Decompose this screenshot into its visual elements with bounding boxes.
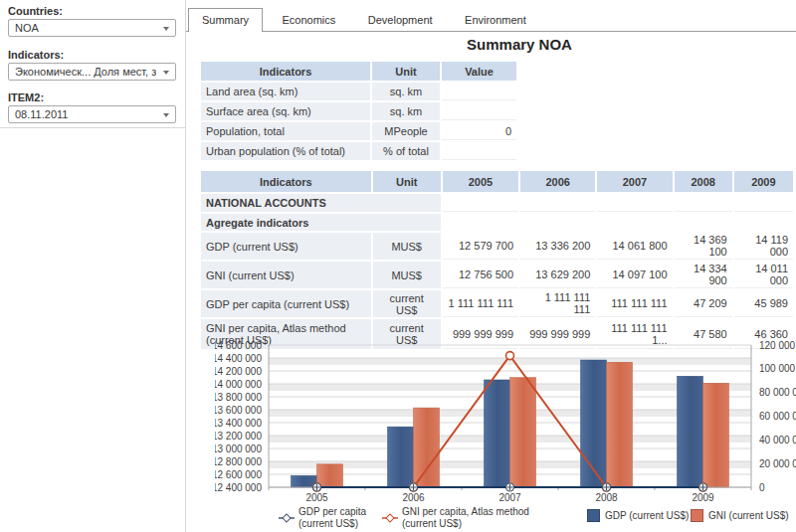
main-panel: Summary Economics Development Environmen…	[185, 0, 796, 532]
unit-cell: MPeople	[372, 122, 440, 140]
legend-gni: GNI (current US$)	[691, 509, 789, 522]
col-indicators: Indicators	[201, 171, 371, 192]
value-cell	[442, 142, 516, 160]
blue-square-icon	[587, 509, 600, 522]
filter-sidebar: Countries: NOA Indicators: Экономическ..…	[0, 0, 185, 532]
chevron-down-icon	[163, 113, 169, 117]
col-2009: 2009	[734, 171, 793, 192]
table-row: GDP per capita (current US$) current US$…	[201, 290, 793, 317]
legend-label: GNI (current US$)	[708, 510, 789, 522]
x-axis-label: 2009	[692, 492, 714, 503]
right-axis-label: 0	[759, 482, 765, 493]
bar-gdp	[485, 380, 510, 487]
countries-value: NOA	[15, 20, 156, 37]
indicator-cell: Land area (sq. km)	[201, 83, 370, 100]
value-cell: 14 097 100	[597, 262, 672, 288]
col-2006: 2006	[520, 171, 595, 192]
value-cell	[442, 102, 516, 120]
table-row: GNI (current US$) MUS$ 12 756 500 13 629…	[201, 262, 793, 288]
sidebar-divider	[0, 127, 185, 128]
left-axis-label: 12 800 000	[215, 456, 262, 467]
page-title: Summary NOA	[226, 36, 796, 53]
indicator-cell: Urban population (% of total)	[201, 142, 370, 160]
table-row: Surface area (sq. km) sq. km	[201, 102, 516, 120]
right-axis-label: 80 000 000	[759, 387, 796, 398]
indicators-value: Экономическ... Доля мест, з... (1374)	[15, 64, 156, 81]
value-cell: 1 111 111 111	[520, 290, 595, 317]
bar-gni	[607, 362, 633, 487]
value-cell: 13 629 200	[520, 262, 595, 288]
col-indicators: Indicators	[201, 62, 370, 81]
left-axis-label: 13 200 000	[215, 431, 262, 442]
bar-gdp	[678, 376, 703, 487]
tab-economics[interactable]: Economics	[270, 9, 349, 31]
right-axis-label: 120 000 000	[759, 340, 796, 351]
country-info-table: Indicators Unit Value Land area (sq. km)…	[199, 60, 518, 162]
tab-development[interactable]: Development	[355, 9, 446, 31]
section-title: NATIONAL ACCOUNTS	[201, 194, 441, 212]
bar-gni	[703, 383, 729, 487]
left-axis-label: 13 800 000	[215, 392, 262, 403]
bar-gni	[317, 464, 343, 487]
countries-label: Countries:	[8, 5, 63, 17]
value-cell: 111 111 111	[597, 290, 672, 317]
left-axis-label: 14 600 000	[215, 340, 262, 351]
value-cell: 14 011 000	[734, 262, 793, 288]
chart-plot: 14 600 00014 400 00014 200 00014 000 000…	[215, 340, 796, 505]
col-2008: 2008	[675, 171, 732, 192]
legend-label: GDP per capita (current US$)	[298, 506, 386, 530]
value-cell: 45 989	[734, 290, 793, 317]
indicators-dropdown[interactable]: Экономическ... Доля мест, з... (1374)	[8, 63, 176, 81]
line-diamond-icon	[279, 513, 295, 523]
value-cell: 12 579 700	[443, 233, 518, 260]
table-row: Population, total MPeople 0	[201, 122, 516, 140]
left-axis-label: 13 000 000	[215, 443, 262, 454]
bar-gni	[510, 378, 536, 487]
legend-label: GDP (current US$)	[605, 510, 689, 522]
right-axis-label: 20 000 000	[759, 458, 796, 469]
item2-dropdown[interactable]: 08.11.2011	[8, 105, 176, 123]
indicator-cell: GDP per capita (current US$)	[201, 290, 371, 317]
left-axis-label: 13 600 000	[215, 405, 262, 416]
value-cell: 0	[442, 122, 516, 140]
summary-chart: 14 600 00014 400 00014 200 00014 000 000…	[215, 340, 796, 531]
x-axis-label: 2007	[498, 492, 521, 503]
indicator-cell: Population, total	[201, 122, 370, 140]
col-value: Value	[442, 62, 516, 81]
bar-gdp	[388, 427, 414, 487]
value-cell: 14 061 800	[597, 233, 672, 260]
left-axis-label: 14 400 000	[215, 353, 262, 364]
countries-dropdown[interactable]: NOA	[8, 19, 176, 37]
value-cell: 12 756 500	[443, 262, 518, 288]
table-row: Urban population (% of total) % of total	[201, 142, 516, 160]
tab-environment[interactable]: Environment	[452, 9, 539, 31]
unit-cell: sq. km	[372, 83, 440, 100]
national-accounts-table: Indicators Unit 2005 2006 2007 2008 2009…	[199, 169, 795, 351]
tab-bar: Summary Economics Development Environmen…	[186, 8, 796, 32]
x-axis-label: 2006	[402, 492, 425, 503]
value-cell: 1 111 111 111	[443, 290, 518, 317]
left-axis-label: 14 000 000	[215, 379, 262, 390]
value-cell: 14 334 900	[675, 262, 732, 288]
right-axis-label: 60 000 000	[759, 411, 796, 422]
orange-square-icon	[691, 509, 703, 522]
value-cell: 14 369 100	[675, 233, 732, 260]
x-axis-label: 2008	[595, 492, 618, 503]
left-axis-label: 12 400 000	[215, 482, 262, 493]
col-unit: Unit	[373, 171, 441, 192]
chevron-down-icon	[163, 71, 169, 75]
legend-gni-per-capita: GNI per capita, Atlas method (current US…	[382, 506, 566, 530]
tab-summary[interactable]: Summary	[188, 8, 263, 32]
table-header-row: Indicators Unit 2005 2006 2007 2008 2009	[201, 171, 793, 192]
col-2007: 2007	[597, 171, 672, 192]
left-axis-label: 14 200 000	[215, 366, 262, 377]
left-axis-label: 12 600 000	[215, 469, 262, 480]
table-row: Land area (sq. km) sq. km	[201, 83, 516, 100]
section-row: NATIONAL ACCOUNTS	[201, 194, 793, 212]
value-cell: 14 119 000	[734, 233, 793, 260]
section-row: Agregate indicators	[201, 214, 793, 231]
indicators-label: Indicators:	[8, 49, 64, 61]
value-cell: 13 336 200	[520, 233, 595, 260]
table-row: GDP (current US$) MUS$ 12 579 700 13 336…	[201, 233, 793, 260]
unit-cell: % of total	[372, 142, 440, 160]
